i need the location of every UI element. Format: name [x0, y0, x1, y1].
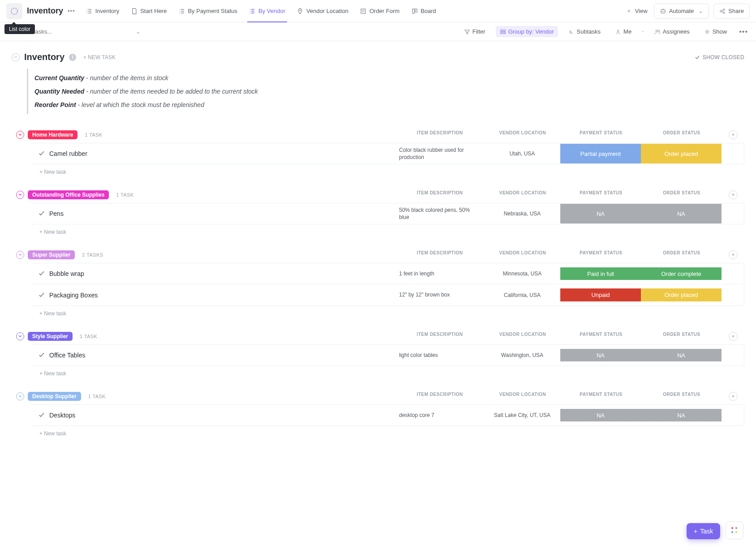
- group-by-button[interactable]: Group by: Vendor: [496, 26, 558, 37]
- col-header-desc[interactable]: ITEM DESCRIPTION: [395, 332, 485, 341]
- cell-location[interactable]: Salt Lake City, UT, USA: [484, 409, 560, 421]
- col-header-loc[interactable]: VENDOR LOCATION: [485, 190, 561, 199]
- new-task-button[interactable]: + New task: [35, 366, 744, 378]
- cell-order-status[interactable]: Order placed: [641, 288, 722, 301]
- add-column-button[interactable]: +: [729, 250, 738, 259]
- col-header-ord[interactable]: ORDER STATUS: [641, 392, 722, 401]
- col-header-pay[interactable]: PAYMENT STATUS: [561, 130, 641, 139]
- show-button[interactable]: Show: [700, 26, 731, 37]
- add-column-button[interactable]: +: [729, 332, 738, 341]
- info-icon[interactable]: i: [69, 54, 76, 61]
- group-name-pill[interactable]: Style Supplier: [28, 332, 73, 341]
- view-tab-inventory[interactable]: Inventory: [81, 0, 125, 22]
- group-collapse-button[interactable]: [16, 392, 24, 400]
- group-collapse-button[interactable]: [16, 332, 24, 340]
- group-collapse-button[interactable]: [16, 131, 24, 139]
- toolbar-more-button[interactable]: •••: [737, 26, 750, 38]
- group: Home Hardware 1 TASK ITEM DESCRIPTION VE…: [12, 130, 744, 177]
- task-row[interactable]: Bubble wrap 1 feet in length Minnesota, …: [31, 263, 744, 284]
- cell-location[interactable]: California, USA: [484, 288, 560, 301]
- group-name-pill[interactable]: Desktop Supplier: [28, 392, 81, 401]
- list-icon: [178, 8, 185, 14]
- add-view-button[interactable]: + View: [620, 0, 653, 22]
- group-name-pill[interactable]: Outstanding Office Supplies: [28, 190, 109, 199]
- add-column-button[interactable]: +: [729, 392, 738, 401]
- cell-location[interactable]: Minnesota, USA: [484, 267, 560, 280]
- cell-location[interactable]: Utah, USA: [484, 144, 560, 163]
- new-task-header-button[interactable]: + NEW TASK: [83, 54, 116, 60]
- cell-payment-status[interactable]: Unpaid: [560, 288, 641, 301]
- col-header-desc[interactable]: ITEM DESCRIPTION: [395, 392, 485, 401]
- new-task-button[interactable]: + New task: [35, 306, 744, 318]
- new-task-button[interactable]: + New task: [35, 224, 744, 237]
- col-header-pay[interactable]: PAYMENT STATUS: [561, 190, 641, 199]
- show-closed-button[interactable]: SHOW CLOSED: [695, 54, 744, 60]
- cell-description[interactable]: 12" by 12" brown box: [395, 288, 484, 301]
- task-row[interactable]: Packaging Boxes 12" by 12" brown box Cal…: [31, 284, 744, 306]
- cell-order-status[interactable]: NA: [641, 349, 722, 361]
- list-more-button[interactable]: •••: [66, 6, 77, 16]
- collapse-list-button[interactable]: [12, 53, 20, 61]
- share-button[interactable]: Share: [713, 4, 750, 19]
- task-row[interactable]: Desktops desktop core 7 Salt Lake City, …: [31, 404, 744, 426]
- search-box[interactable]: ⌄: [29, 25, 141, 39]
- me-button[interactable]: Me: [611, 26, 636, 37]
- task-name: Packaging Boxes: [49, 292, 98, 299]
- view-tab-vendor-location[interactable]: Vendor Location: [292, 0, 354, 22]
- col-header-pay[interactable]: PAYMENT STATUS: [561, 250, 641, 259]
- filter-button[interactable]: Filter: [460, 26, 490, 37]
- cell-order-status[interactable]: NA: [641, 409, 722, 421]
- group-name-pill[interactable]: Home Hardware: [28, 130, 77, 139]
- cell-description[interactable]: desktop core 7: [395, 409, 484, 421]
- view-tab-by-payment-status[interactable]: By Payment Status: [173, 0, 243, 22]
- view-tab-board[interactable]: Board: [406, 0, 442, 22]
- group-collapse-button[interactable]: [16, 191, 24, 199]
- col-header-loc[interactable]: VENDOR LOCATION: [485, 392, 561, 401]
- col-header-loc[interactable]: VENDOR LOCATION: [485, 130, 561, 139]
- col-header-pay[interactable]: PAYMENT STATUS: [561, 332, 641, 341]
- group-collapse-button[interactable]: [16, 251, 24, 259]
- cell-payment-status[interactable]: Paid in full: [560, 267, 641, 280]
- search-input[interactable]: [29, 28, 100, 35]
- new-task-button[interactable]: + New task: [35, 164, 744, 177]
- task-row[interactable]: Camel rubber Color black rubber used for…: [31, 143, 744, 164]
- col-header-desc[interactable]: ITEM DESCRIPTION: [395, 190, 485, 199]
- add-column-button[interactable]: +: [729, 190, 738, 199]
- cell-order-status[interactable]: NA: [641, 204, 722, 223]
- cell-location[interactable]: Nebraska, USA: [484, 204, 560, 223]
- cell-description[interactable]: 50% black colored pens, 50% blue: [395, 204, 484, 223]
- cell-description[interactable]: 1 feet in length: [395, 267, 484, 280]
- col-header-ord[interactable]: ORDER STATUS: [641, 190, 722, 199]
- cell-description[interactable]: Color black rubber used for production: [395, 144, 484, 163]
- cell-payment-status[interactable]: NA: [560, 204, 641, 223]
- col-header-loc[interactable]: VENDOR LOCATION: [485, 332, 561, 341]
- col-header-ord[interactable]: ORDER STATUS: [641, 332, 722, 341]
- cell-order-status[interactable]: Order placed: [641, 144, 722, 163]
- cell-payment-status[interactable]: NA: [560, 409, 641, 421]
- new-task-button[interactable]: + New task: [35, 426, 744, 438]
- add-column-button[interactable]: +: [729, 130, 738, 139]
- cell-order-status[interactable]: Order complete: [641, 267, 722, 280]
- col-header-desc[interactable]: ITEM DESCRIPTION: [395, 250, 485, 259]
- automate-button[interactable]: Automate ⌄: [654, 4, 709, 19]
- col-header-ord[interactable]: ORDER STATUS: [641, 250, 722, 259]
- list-icon-box[interactable]: [6, 3, 22, 19]
- view-tab-by-vendor[interactable]: By Vendor: [244, 0, 291, 22]
- task-row[interactable]: Pens 50% black colored pens, 50% blue Ne…: [31, 203, 744, 224]
- pin-icon: [297, 8, 304, 14]
- col-header-desc[interactable]: ITEM DESCRIPTION: [395, 130, 485, 139]
- assignees-button[interactable]: Assignees: [650, 26, 694, 37]
- col-header-loc[interactable]: VENDOR LOCATION: [485, 250, 561, 259]
- cell-payment-status[interactable]: NA: [560, 349, 641, 361]
- chevron-down-icon[interactable]: ⌄: [136, 28, 141, 35]
- cell-location[interactable]: Washington, USA: [484, 349, 560, 361]
- subtasks-button[interactable]: Subtasks: [564, 26, 605, 37]
- view-tab-order-form[interactable]: Order Form: [355, 0, 405, 22]
- col-header-pay[interactable]: PAYMENT STATUS: [561, 392, 641, 401]
- task-row[interactable]: Office Tables light color tables Washing…: [31, 344, 744, 366]
- group-name-pill[interactable]: Super Supplier: [28, 250, 75, 259]
- col-header-ord[interactable]: ORDER STATUS: [641, 130, 722, 139]
- cell-payment-status[interactable]: Partial payment: [560, 144, 641, 163]
- view-tab-start-here[interactable]: Start Here: [125, 0, 172, 22]
- cell-description[interactable]: light color tables: [395, 349, 484, 361]
